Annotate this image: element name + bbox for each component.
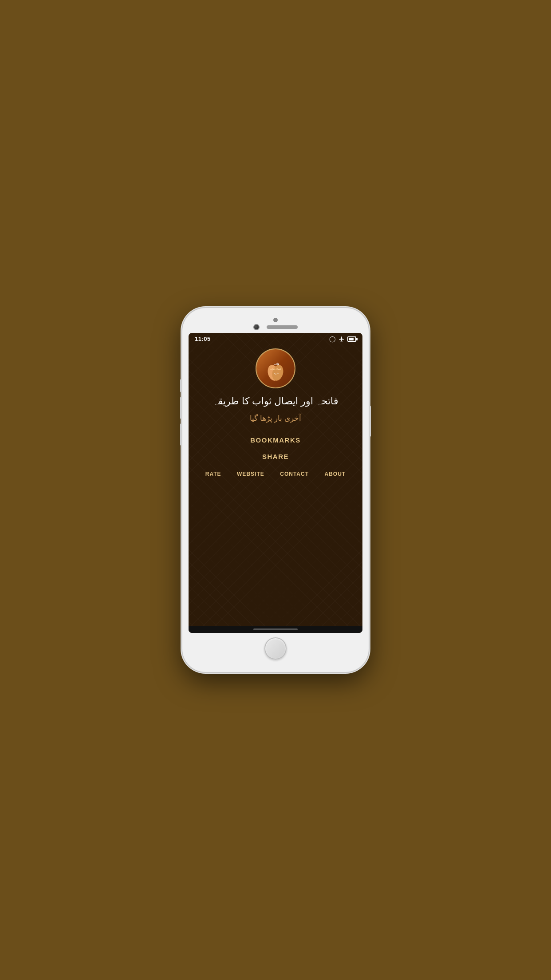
volume-down-button[interactable] (180, 423, 182, 446)
power-button[interactable] (369, 406, 371, 437)
mute-button[interactable] (180, 379, 182, 392)
bookmarks-button[interactable]: BOOKMARKS (197, 432, 354, 448)
svg-text:طریقہ: طریقہ (272, 372, 279, 375)
app-logo: فاتحہ ایصال ثواب طریقہ (256, 348, 295, 388)
about-button[interactable]: ABOUT (322, 467, 349, 481)
phone-screen: 11:05 ◯ (189, 333, 362, 633)
bottom-menu-row: RATE WEBSITE CONTACT ABOUT (197, 467, 354, 481)
notification-dot (273, 318, 278, 322)
home-button[interactable] (264, 637, 287, 660)
screen-bottom-bar (189, 626, 362, 633)
front-camera (253, 324, 260, 330)
status-icons: ◯ (329, 336, 356, 342)
svg-text:ایصال ثواب: ایصال ثواب (270, 368, 280, 371)
status-time: 11:05 (195, 336, 211, 342)
svg-text:فاتحہ: فاتحہ (272, 363, 279, 366)
app-content: فاتحہ ایصال ثواب طریقہ فاتحہ اور ایصال ث… (189, 344, 362, 626)
phone-device: 11:05 ◯ (182, 308, 369, 672)
airplane-icon (338, 336, 345, 342)
rate-button[interactable]: RATE (203, 467, 224, 481)
status-bar: 11:05 ◯ (189, 333, 362, 344)
website-button[interactable]: WEBSITE (234, 467, 267, 481)
last-read-label: آخری بار پڑھا گیا (250, 414, 301, 423)
app-title: فاتحہ اور ایصال ثواب کا طریقہ (213, 395, 339, 408)
share-button[interactable]: SHARE (197, 448, 354, 465)
screen-home-indicator (253, 628, 298, 630)
contact-button[interactable]: CONTACT (277, 467, 311, 481)
volume-up-button[interactable] (180, 397, 182, 419)
phone-bottom (189, 633, 362, 666)
battery-icon (347, 336, 356, 342)
earpiece-speaker (267, 325, 298, 329)
logo-hands-icon: فاتحہ ایصال ثواب طریقہ (260, 353, 291, 384)
notification-icon: ◯ (329, 336, 336, 342)
phone-top (189, 314, 362, 333)
